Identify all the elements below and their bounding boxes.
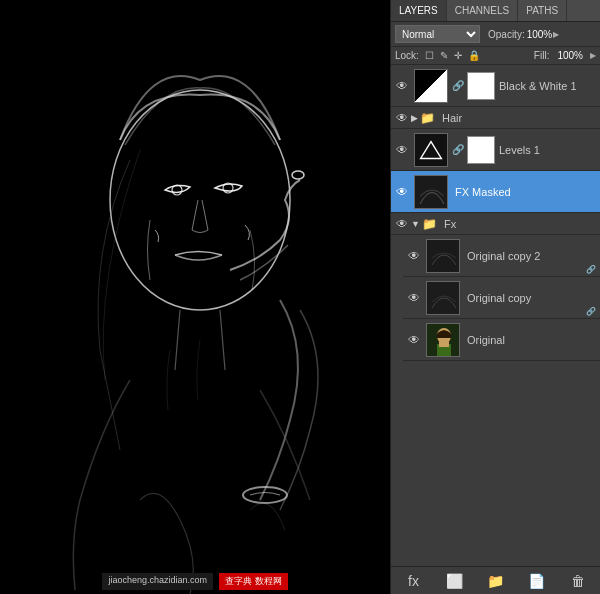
delete-button[interactable]: 🗑 <box>567 570 589 592</box>
link-badge-copy: 🔗 <box>586 307 596 316</box>
lock-label: Lock: <box>395 50 419 61</box>
layer-group-hair[interactable]: 👁 ▶ 📁 Hair <box>391 107 600 129</box>
layer-thumb-copy2 <box>426 239 460 273</box>
layer-name-fx: Fx <box>444 218 598 230</box>
visibility-icon-bw1[interactable]: 👁 <box>393 77 411 95</box>
folder-icon-hair: 📁 <box>420 111 435 125</box>
layer-name-levels: Levels 1 <box>499 144 598 156</box>
layer-name-copy2: Original copy 2 <box>467 250 598 262</box>
layer-mask-levels <box>467 136 495 164</box>
layer-original[interactable]: 👁 Original <box>403 319 600 361</box>
lock-icon[interactable]: ☐ <box>425 50 434 61</box>
layer-thumb-levels <box>414 133 448 167</box>
layer-name-original: Original <box>467 334 598 346</box>
mask-button[interactable]: ⬜ <box>444 570 466 592</box>
layer-thumb-fxmasked <box>414 175 448 209</box>
svg-rect-14 <box>439 342 449 347</box>
watermark-left: jiaocheng.chazidian.com <box>102 573 213 590</box>
layer-thumb-original <box>426 323 460 357</box>
tab-layers[interactable]: LAYERS <box>391 0 447 21</box>
visibility-icon-levels[interactable]: 👁 <box>393 141 411 159</box>
layer-black-white-1[interactable]: 👁 🔗 Black & White 1 <box>391 65 600 107</box>
blend-mode-row: Normal Multiply Screen Overlay Opacity: … <box>391 22 600 47</box>
layer-thumb-bw1 <box>414 69 448 103</box>
layers-list[interactable]: 👁 🔗 Black & White 1 👁 ▶ 📁 Hair 👁 <box>391 65 600 566</box>
layer-mask-bw1 <box>467 72 495 100</box>
visibility-icon-copy[interactable]: 👁 <box>405 289 423 307</box>
portrait-svg <box>0 0 390 594</box>
opacity-label: Opacity: <box>488 29 525 40</box>
tab-paths[interactable]: PATHS <box>518 0 567 21</box>
layer-name-copy: Original copy <box>467 292 598 304</box>
tab-channels[interactable]: CHANNELS <box>447 0 518 21</box>
lock-row: Lock: ☐ ✎ ✛ 🔒 Fill: 100% ▶ <box>391 47 600 65</box>
svg-rect-9 <box>427 240 460 273</box>
opacity-row: Opacity: 100% ▶ <box>484 29 559 40</box>
layer-name-hair: Hair <box>442 112 598 124</box>
panel-tabs: LAYERS CHANNELS PATHS <box>391 0 600 22</box>
opacity-value[interactable]: 100% <box>527 29 553 40</box>
main-container: jiaocheng.chazidian.com 查字典 数程网 LAYERS C… <box>0 0 600 594</box>
visibility-icon-copy2[interactable]: 👁 <box>405 247 423 265</box>
panel-bottom: fx ⬜ 📁 📄 🗑 <box>391 566 600 594</box>
visibility-icon-fxmasked[interactable]: 👁 <box>393 183 411 201</box>
layer-group-fx[interactable]: 👁 ▼ 📁 Fx <box>391 213 600 235</box>
group-arrow-hair: ▶ <box>411 113 418 123</box>
group-button[interactable]: 📁 <box>485 570 507 592</box>
watermark-right: 查字典 数程网 <box>219 573 288 590</box>
folder-icon-fx: 📁 <box>422 217 437 231</box>
new-layer-button[interactable]: 📄 <box>526 570 548 592</box>
link-badge-copy2: 🔗 <box>586 265 596 274</box>
visibility-icon-fx[interactable]: 👁 <box>393 215 411 233</box>
group-arrow-fx: ▼ <box>411 219 420 229</box>
fx-button[interactable]: fx <box>403 570 425 592</box>
blend-mode-select[interactable]: Normal Multiply Screen Overlay <box>395 25 480 43</box>
layer-thumb-copy <box>426 281 460 315</box>
layer-levels-1[interactable]: 👁 🔗 Levels 1 <box>391 129 600 171</box>
fill-label: Fill: <box>534 50 550 61</box>
layer-name-fxmasked: FX Masked <box>455 186 598 198</box>
padlock-icon[interactable]: 🔒 <box>468 50 480 61</box>
brush-icon[interactable]: ✎ <box>440 50 448 61</box>
layer-original-copy-2[interactable]: 👁 Original copy 2 🔗 <box>403 235 600 277</box>
fill-arrow: ▶ <box>590 51 596 60</box>
svg-rect-6 <box>415 134 447 166</box>
layer-original-copy[interactable]: 👁 Original copy 🔗 <box>403 277 600 319</box>
layer-fx-masked[interactable]: 👁 FX Masked <box>391 171 600 213</box>
watermark-bar: jiaocheng.chazidian.com 查字典 数程网 <box>0 573 390 590</box>
chain-icon-levels: 🔗 <box>452 144 464 155</box>
visibility-icon-original[interactable]: 👁 <box>405 331 423 349</box>
layer-name-bw1: Black & White 1 <box>499 80 598 92</box>
move-icon[interactable]: ✛ <box>454 50 462 61</box>
canvas-area: jiaocheng.chazidian.com 查字典 数程网 <box>0 0 390 594</box>
fill-value[interactable]: 100% <box>557 50 583 61</box>
layers-panel: LAYERS CHANNELS PATHS Normal Multiply Sc… <box>390 0 600 594</box>
svg-rect-0 <box>0 0 390 594</box>
chain-icon-bw1: 🔗 <box>452 80 464 91</box>
visibility-icon-hair[interactable]: 👁 <box>393 109 411 127</box>
opacity-arrow: ▶ <box>553 30 559 39</box>
